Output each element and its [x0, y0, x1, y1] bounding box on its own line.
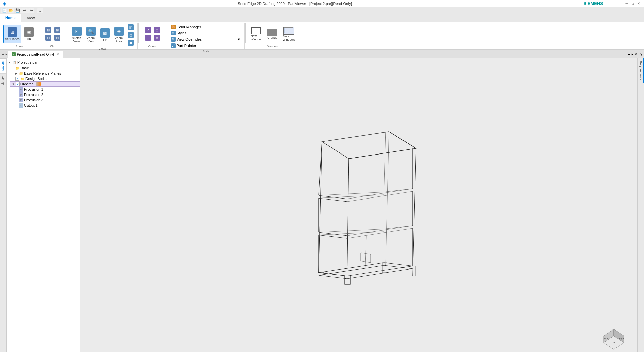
- svg-rect-34: [411, 266, 416, 276]
- svg-line-40: [361, 261, 371, 263]
- panel-nav-next[interactable]: ►: [631, 53, 634, 56]
- set-planes-button[interactable]: ⊞ Set Planes: [3, 25, 21, 43]
- clip-group-label: Clip: [50, 44, 55, 48]
- tab-view[interactable]: View: [21, 14, 41, 22]
- requirements-tab[interactable]: Requirements: [638, 58, 644, 83]
- window-group-label: Window: [267, 44, 278, 48]
- new-file-button[interactable]: 📄: [1, 8, 7, 13]
- wireframe-model: [275, 122, 443, 296]
- view-cube[interactable]: Top Front Right: [600, 326, 627, 352]
- tree-expand-base[interactable]: [11, 66, 15, 70]
- styles-button[interactable]: ✏ Styles: [170, 30, 241, 36]
- tree-icon-cutout1: C: [19, 103, 23, 108]
- doc-tab-bar: ◄ ► P Project 2.par[Read-Only] ✕ ◄ ► ✕ ?: [0, 50, 644, 58]
- doc-tab-icon: P: [12, 52, 16, 56]
- color-manager-button[interactable]: 🎨 Color Manager: [170, 24, 241, 30]
- viewport[interactable]: Top Front Right: [80, 58, 637, 352]
- zoom-view-button[interactable]: 🔍 ZoomView: [84, 26, 98, 44]
- panel-nav-prev[interactable]: ◄: [627, 53, 630, 56]
- svg-line-41: [384, 132, 386, 192]
- panel-close[interactable]: ✕: [635, 53, 637, 56]
- tree-item-project2[interactable]: ▼ 📋 Project 2.par: [7, 60, 80, 65]
- fit-button[interactable]: ⊠ Fit: [98, 26, 112, 44]
- style-dropdown-input[interactable]: [203, 37, 236, 42]
- tree-item-ordered[interactable]: ▼ ✓ Ordered: [10, 81, 80, 87]
- tree-expand-base-ref[interactable]: ▶: [15, 72, 18, 75]
- view-toggle-button[interactable]: ≡: [37, 8, 43, 13]
- save-file-button[interactable]: 💾: [15, 8, 21, 13]
- minimize-button[interactable]: ─: [624, 1, 629, 6]
- ribbon-separator-2: [67, 23, 67, 43]
- orient-btn-1[interactable]: ↗: [144, 26, 152, 34]
- orient-btn-3[interactable]: ⊟: [144, 34, 152, 41]
- svg-line-14: [347, 226, 413, 236]
- feature-tree-panel: ▼ 📋 Project 2.par 📁 Base ▶ 📁 Base Refere…: [7, 58, 80, 352]
- ribbon-group-orient: ↗ ⊡ ⊟ ◈ Orient: [139, 23, 166, 49]
- ribbon-separator-4: [167, 23, 167, 43]
- svg-line-5: [349, 148, 416, 159]
- tree-item-base-ref[interactable]: ▶ 📁 Base Reference Planes: [13, 71, 80, 76]
- clip-btn-3[interactable]: ⊟: [44, 34, 53, 41]
- doc-tab-close[interactable]: ✕: [57, 53, 59, 56]
- tree-expand-project2[interactable]: ▼: [8, 61, 11, 64]
- doc-tab-project2[interactable]: P Project 2.par[Read-Only] ✕: [8, 51, 63, 58]
- checkbox-design-bodies[interactable]: ✓: [15, 77, 19, 81]
- orient-group-label: Orient: [148, 44, 157, 48]
- orient-btn-4[interactable]: ◈: [153, 34, 161, 41]
- svg-marker-0: [322, 132, 416, 159]
- color-manager-icon: 🎨: [171, 25, 176, 29]
- tree-item-protrusion1[interactable]: P Protrusion 1: [13, 87, 80, 92]
- tree-item-protrusion2[interactable]: P Protrusion 2: [13, 92, 80, 97]
- arrange-button[interactable]: Arrange: [264, 28, 280, 40]
- open-file-button[interactable]: 📂: [8, 8, 14, 13]
- svg-line-18: [347, 228, 413, 238]
- svg-line-4: [413, 148, 416, 276]
- orient-btn-2[interactable]: ⊡: [153, 26, 161, 34]
- svg-line-36: [365, 236, 366, 273]
- view-btn-sm-3[interactable]: ◼: [126, 39, 135, 46]
- zoom-view-icon: 🔍: [86, 27, 96, 36]
- tree-item-design-bodies[interactable]: ✓ 📁 Design Bodies: [10, 76, 80, 81]
- tab-home[interactable]: Home: [0, 14, 21, 22]
- clip-btn-1[interactable]: ⊡: [44, 26, 53, 34]
- layers-tab[interactable]: Layers: [0, 58, 6, 73]
- svg-rect-33: [345, 276, 350, 284]
- tree-item-protrusion3[interactable]: P Protrusion 3: [13, 97, 80, 103]
- tree-label-project2: Project 2.par: [17, 60, 38, 64]
- view-btn-sm-2[interactable]: ◻: [126, 31, 135, 39]
- clip-btn-4[interactable]: ⊠: [53, 34, 62, 41]
- close-button[interactable]: ✕: [636, 1, 641, 6]
- view-btn-sm-1[interactable]: ◫: [126, 24, 135, 31]
- restore-button[interactable]: □: [630, 1, 635, 6]
- on-button[interactable]: ◉ On: [22, 25, 36, 43]
- style-group-label: Style: [203, 49, 209, 53]
- ribbon-content: ⊞ Set Planes ◉ On Show ⊡ ⊞ ⊟ ⊠: [0, 22, 644, 50]
- tree-label-ordered: Ordered: [20, 82, 34, 86]
- tree-item-cutout1[interactable]: C Cutout 1: [13, 103, 80, 108]
- ribbon-group-show: ⊞ Set Planes ◉ On Show: [1, 23, 38, 49]
- viewport-canvas: [80, 58, 637, 352]
- switch-windows-icon: [283, 27, 294, 35]
- switch-windows-button[interactable]: SwitchWindows: [280, 26, 298, 42]
- help-button[interactable]: ?: [639, 52, 644, 57]
- ribbon-separator-5: [245, 23, 246, 43]
- part-painter-button[interactable]: 🖌 Part Painter: [170, 43, 241, 48]
- tree-expand-ordered[interactable]: ▼: [12, 82, 15, 86]
- tab-nav-prev[interactable]: ◄: [1, 53, 4, 56]
- view-overrides-button[interactable]: 👁 View Overrides ▼: [170, 36, 241, 42]
- style-dropdown-arrow[interactable]: ▼: [237, 37, 241, 41]
- sketch-view-button[interactable]: ⊡ SketchView: [70, 26, 84, 44]
- redo-button[interactable]: ↪: [28, 8, 34, 13]
- undo-button[interactable]: ↩: [21, 8, 28, 13]
- checkbox-ordered[interactable]: ✓: [16, 82, 20, 86]
- tab-nav-next[interactable]: ►: [5, 53, 8, 56]
- clip-btn-2[interactable]: ⊞: [53, 26, 62, 34]
- tree-expand-design-bodies[interactable]: [11, 77, 15, 80]
- window-controls: ─ □ ✕: [624, 1, 641, 6]
- library-tab[interactable]: Library: [0, 73, 6, 88]
- new-window-button[interactable]: NewWindow: [248, 26, 264, 42]
- fit-icon: ⊠: [100, 28, 110, 38]
- view-overrides-label: View Overrides: [177, 37, 202, 41]
- zoom-area-button[interactable]: ⊕ ZoomArea: [112, 26, 126, 44]
- tree-item-base[interactable]: 📁 Base: [10, 65, 80, 71]
